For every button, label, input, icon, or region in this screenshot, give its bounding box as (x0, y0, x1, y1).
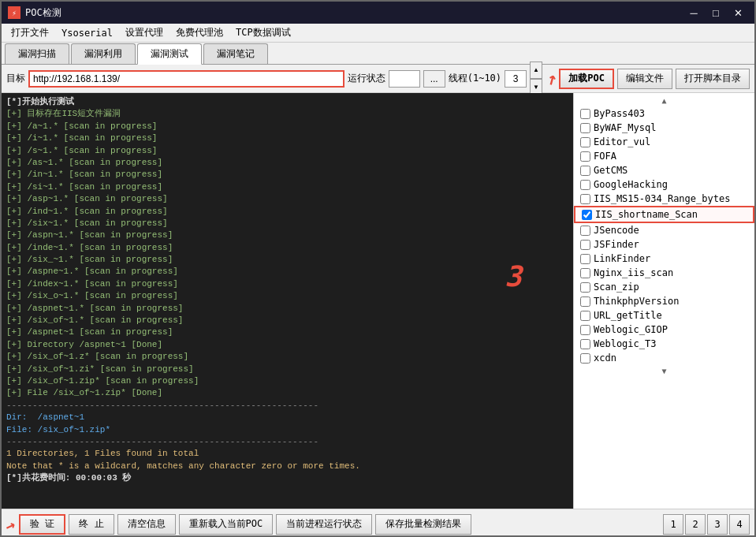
output-line: [+] /as~1.* [scan in progress] (6, 157, 568, 169)
output-line: [*]开始执行测试 (6, 96, 568, 108)
poc-checkbox[interactable] (580, 166, 590, 176)
dots-button[interactable]: ... (423, 70, 445, 88)
tab-vuln-scan[interactable]: 漏洞扫描 (5, 43, 69, 64)
load-poc-button[interactable]: 加载POC (559, 69, 614, 89)
poc-checkbox[interactable] (580, 339, 590, 349)
poc-label: ByWAF_Mysql (594, 122, 656, 133)
poc-label: ThinkphpVersion (594, 296, 679, 307)
output-line: [+] /six_of~1.* [scan in progress] (6, 315, 568, 326)
poc-label: IIS_shortname_Scan (595, 209, 698, 220)
output-line: ----------------------------------------… (6, 400, 568, 412)
target-input[interactable] (28, 70, 344, 88)
tab-vuln-exploit[interactable]: 漏洞利用 (71, 43, 136, 64)
menu-tcp-debug[interactable]: TCP数据调试 (229, 24, 297, 41)
poc-list-item[interactable]: Nginx_iis_scan (574, 266, 754, 280)
poc-list-item[interactable]: Scan_zip (574, 280, 754, 294)
poc-label: Weblogic_T3 (594, 338, 656, 349)
poc-checkbox[interactable] (580, 325, 590, 335)
output-panel[interactable]: [*]开始执行测试[+] 目标存在IIS短文件漏洞[+] /a~1.* [sca… (2, 93, 573, 509)
output-line: [+] /aspnet~1 [scan in progress] (6, 326, 568, 338)
poc-checkbox[interactable] (580, 137, 590, 147)
save-batch-button[interactable]: 保存批量检测结果 (375, 514, 471, 535)
page-buttons: 1234 (658, 514, 754, 535)
poc-list-item[interactable]: ByWAF_Mysql (574, 121, 754, 135)
output-line: [+] Directory /aspnet~1 [Done] (6, 339, 568, 351)
poc-checkbox[interactable] (580, 282, 590, 293)
poc-list-item[interactable]: FOFA (574, 149, 754, 163)
edit-file-button[interactable]: 编辑文件 (617, 69, 672, 89)
maximize-button[interactable]: □ (706, 5, 726, 21)
poc-checkbox[interactable] (580, 194, 590, 204)
poc-checkbox[interactable] (580, 109, 590, 119)
output-line: [+] /six~1.* [scan in progress] (6, 218, 568, 229)
poc-label: IIS_MS15-034_Range_bytes (594, 193, 730, 204)
poc-list-item[interactable]: Weblogic_T3 (574, 337, 754, 351)
poc-checkbox[interactable] (580, 268, 590, 278)
poc-list-item[interactable]: LinkFinder (574, 252, 754, 266)
poc-list-item[interactable]: JSencode (574, 223, 754, 237)
poc-checkbox[interactable] (580, 296, 590, 307)
scroll-down-indicator[interactable]: ▼ (574, 365, 754, 377)
verify-button[interactable]: 验 证 (19, 514, 65, 535)
tab-vuln-notes[interactable]: 漏洞笔记 (203, 43, 268, 64)
output-line: [+] /aspnet~1.* [scan in progress] (6, 303, 568, 315)
poc-list-item[interactable]: JSFinder (574, 237, 754, 252)
reload-poc-button[interactable]: 重新载入当前POC (179, 514, 274, 535)
poc-checkbox[interactable] (580, 240, 590, 250)
output-line: [+] /six_~1.* [scan in progress] (6, 254, 568, 266)
output-line: [+] /i~1.* [scan in progress] (6, 132, 568, 144)
output-line: [*]共花费时间: 00:00:03 秒 (6, 472, 568, 484)
poc-list-item[interactable]: Editor_vul (574, 135, 754, 149)
poc-list-item[interactable]: Weblogic_GIOP (574, 323, 754, 337)
menu-set-proxy[interactable]: 设置代理 (119, 24, 169, 41)
poc-list-item[interactable]: IIS_shortname_Scan (574, 206, 754, 223)
poc-label: Editor_vul (594, 136, 650, 147)
clear-button[interactable]: 清空信息 (117, 514, 176, 535)
page-button-1[interactable]: 1 (663, 514, 683, 535)
open-script-dir-button[interactable]: 打开脚本目录 (676, 69, 750, 89)
poc-list-item[interactable]: GetCMS (574, 163, 754, 177)
output-line: [+] /aspne~1.* [scan in progress] (6, 266, 568, 278)
poc-list-item[interactable]: ThinkphpVersion (574, 294, 754, 308)
output-line: [+] /s~1.* [scan in progress] (6, 145, 568, 157)
poc-list-item[interactable]: IIS_MS15-034_Range_bytes (574, 192, 754, 206)
poc-checkbox[interactable] (580, 311, 590, 321)
app-title: POC检测 (25, 6, 61, 20)
scroll-up-indicator[interactable]: ▲ (574, 95, 754, 106)
poc-checkbox[interactable] (580, 254, 590, 264)
menu-ysoserial[interactable]: Ysoserial (55, 26, 119, 40)
poc-checkbox[interactable] (580, 123, 590, 133)
poc-checkbox[interactable] (580, 226, 590, 236)
menu-open-file[interactable]: 打开文件 (5, 24, 55, 41)
page-button-2[interactable]: 2 (685, 514, 706, 535)
poc-label: FOFA (594, 151, 616, 162)
poc-checkbox[interactable] (580, 180, 590, 190)
poc-checkbox[interactable] (580, 353, 590, 364)
stop-button[interactable]: 终 止 (69, 514, 114, 535)
poc-label: URL_getTitle (594, 310, 662, 321)
output-line: File: /six_of~1.zip* (6, 424, 568, 436)
minimize-button[interactable]: ─ (683, 5, 704, 21)
thread-up-button[interactable]: ▲ (530, 62, 542, 79)
page-button-4[interactable]: 4 (729, 514, 750, 535)
poc-list-item[interactable]: xcdn (574, 351, 754, 365)
window-controls: ─ □ ✕ (683, 5, 748, 21)
output-line: [+] /six_of~1.z* [scan in progress] (6, 351, 568, 363)
status-box (389, 70, 420, 88)
poc-label: Weblogic_GIOP (594, 324, 668, 335)
thread-input[interactable] (505, 70, 527, 88)
poc-panel: ▲ ByPass403ByWAF_MysqlEditor_vulFOFAGetC… (573, 93, 754, 509)
poc-list-item[interactable]: URL_getTitle (574, 308, 754, 323)
thread-label: 线程(1~10) (449, 72, 501, 85)
close-button[interactable]: ✕ (728, 5, 748, 21)
poc-list-item[interactable]: GoogleHacking (574, 177, 754, 192)
title-bar: ⚡ POC检测 ─ □ ✕ (2, 2, 754, 24)
page-button-3[interactable]: 3 (707, 514, 728, 535)
poc-list-item[interactable]: ByPass403 (574, 106, 754, 121)
poc-checkbox[interactable] (580, 151, 590, 162)
process-status-button[interactable]: 当前进程运行状态 (276, 514, 372, 535)
menu-free-proxy[interactable]: 免费代理池 (169, 24, 229, 41)
tab-vuln-test[interactable]: 漏洞测试 (137, 43, 202, 65)
poc-label: LinkFinder (594, 253, 650, 264)
poc-checkbox[interactable] (582, 210, 592, 220)
